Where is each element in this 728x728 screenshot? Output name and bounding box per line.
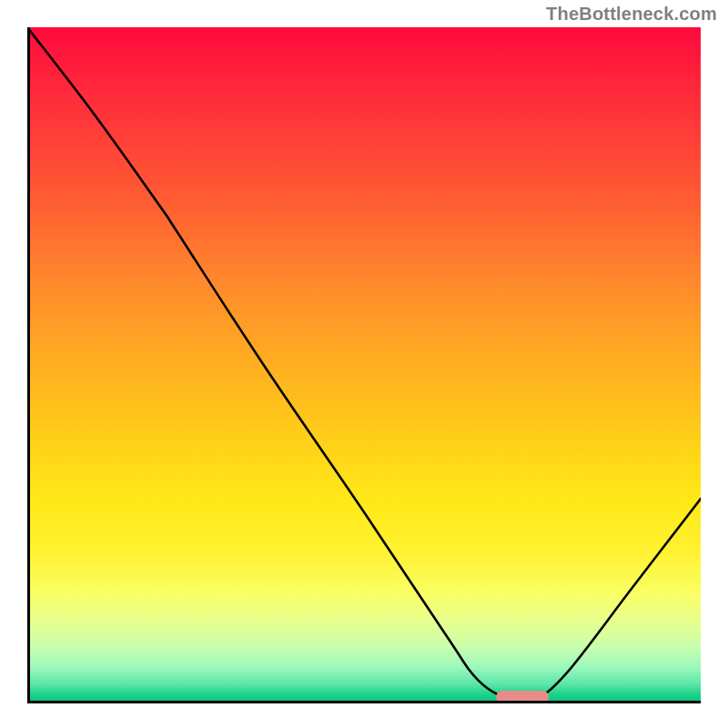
plot-area (27, 27, 701, 701)
watermark-text: TheBottleneck.com (546, 4, 717, 25)
chart-container: TheBottleneck.com (0, 0, 728, 728)
x-axis (27, 701, 701, 703)
curve-path (27, 27, 701, 701)
bottleneck-curve (27, 27, 701, 701)
optimal-marker (496, 691, 549, 701)
